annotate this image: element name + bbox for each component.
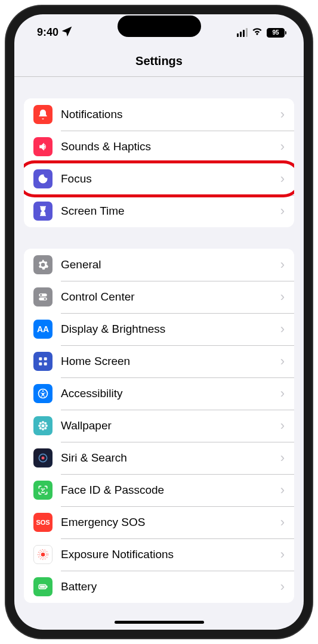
row-label: Emergency SOS (61, 516, 280, 529)
exposure-icon (33, 545, 53, 564)
row-emergency[interactable]: SOS Emergency SOS › (24, 506, 294, 538)
chevron-right-icon: › (280, 418, 285, 434)
row-notifications[interactable]: Notifications › (24, 98, 294, 131)
svg-rect-4 (39, 357, 42, 360)
settings-section-1: Notifications › Sounds & Haptics › Focus… (24, 98, 294, 227)
chevron-right-icon: › (280, 386, 285, 401)
row-homescreen[interactable]: Home Screen › (24, 345, 294, 377)
location-arrow-icon (61, 25, 73, 40)
row-controlcenter[interactable]: Control Center › (24, 281, 294, 313)
chevron-right-icon: › (280, 289, 285, 305)
chevron-right-icon: › (280, 139, 285, 154)
accessibility-icon (33, 384, 53, 403)
battery-icon: 95 (267, 28, 285, 38)
row-exposure[interactable]: Exposure Notifications › (24, 538, 294, 571)
row-label: Exposure Notifications (61, 548, 280, 561)
face-id-icon (33, 481, 53, 500)
switches-icon (33, 287, 53, 306)
sos-icon: SOS (33, 513, 53, 532)
row-wallpaper[interactable]: Wallpaper › (24, 410, 294, 442)
hourglass-icon (33, 202, 53, 221)
svg-point-1 (40, 294, 42, 296)
row-faceid[interactable]: Face ID & Passcode › (24, 474, 294, 506)
row-general[interactable]: General › (24, 249, 294, 281)
svg-point-12 (42, 428, 44, 431)
svg-rect-25 (47, 586, 48, 587)
chevron-right-icon: › (280, 450, 285, 466)
moon-icon (33, 169, 53, 188)
chevron-right-icon: › (280, 321, 285, 337)
row-label: Face ID & Passcode (61, 484, 280, 497)
row-focus[interactable]: Focus › (24, 163, 294, 195)
speaker-icon (33, 137, 53, 156)
screen: 9:40 95 Settings Notifications › (14, 14, 304, 630)
chevron-right-icon: › (280, 171, 285, 187)
status-time: 9:40 (37, 26, 58, 39)
svg-point-13 (38, 425, 41, 427)
svg-point-21 (41, 553, 45, 557)
chevron-right-icon: › (280, 579, 285, 595)
row-label: Wallpaper (61, 419, 280, 432)
chevron-right-icon: › (280, 354, 285, 369)
svg-rect-7 (44, 363, 47, 366)
row-label: Siri & Search (61, 451, 280, 465)
row-sounds[interactable]: Sounds & Haptics › (24, 131, 294, 163)
bell-icon (33, 105, 53, 124)
svg-rect-6 (39, 363, 42, 366)
svg-rect-26 (40, 586, 45, 587)
svg-point-9 (42, 391, 44, 392)
row-label: Battery (61, 580, 280, 593)
row-label: Screen Time (61, 205, 280, 218)
chevron-right-icon: › (280, 515, 285, 530)
row-accessibility[interactable]: Accessibility › (24, 377, 294, 410)
flower-icon (33, 416, 53, 435)
svg-point-11 (42, 421, 44, 423)
chevron-right-icon: › (280, 107, 285, 122)
home-indicator[interactable] (115, 621, 204, 624)
chevron-right-icon: › (280, 203, 285, 219)
siri-icon (33, 448, 53, 467)
row-label: Home Screen (61, 355, 280, 368)
header: Settings (14, 45, 304, 77)
row-label: Control Center (61, 290, 280, 304)
svg-point-14 (45, 425, 48, 427)
notch (118, 16, 201, 37)
cellular-signal-icon (237, 28, 248, 37)
row-screentime[interactable]: Screen Time › (24, 195, 294, 227)
svg-rect-5 (44, 357, 47, 360)
row-siri[interactable]: Siri & Search › (24, 442, 294, 474)
svg-point-17 (39, 427, 42, 429)
row-label: Focus (61, 172, 280, 185)
row-label: Accessibility (61, 387, 280, 400)
row-display[interactable]: AA Display & Brightness › (24, 313, 294, 345)
chevron-right-icon: › (280, 257, 285, 273)
chevron-right-icon: › (280, 482, 285, 498)
settings-section-2: General › Control Center › AA Display & … (24, 249, 294, 603)
row-label: Notifications (61, 108, 280, 121)
phone-frame: 9:40 95 Settings Notifications › (6, 6, 312, 638)
wifi-icon (251, 25, 263, 40)
row-label: General (61, 258, 280, 271)
battery-row-icon (33, 577, 53, 596)
row-battery[interactable]: Battery › (24, 571, 294, 603)
gear-icon (33, 255, 53, 274)
svg-point-18 (44, 427, 47, 429)
row-label: Sounds & Haptics (61, 140, 280, 153)
chevron-right-icon: › (280, 547, 285, 562)
svg-point-15 (39, 422, 42, 425)
grid-icon (33, 352, 53, 371)
svg-point-10 (42, 425, 45, 428)
svg-point-3 (44, 298, 46, 300)
svg-point-16 (44, 422, 47, 425)
page-title: Settings (14, 54, 304, 68)
row-label: Display & Brightness (61, 323, 280, 336)
text-size-icon: AA (33, 320, 53, 339)
svg-point-20 (42, 457, 45, 460)
